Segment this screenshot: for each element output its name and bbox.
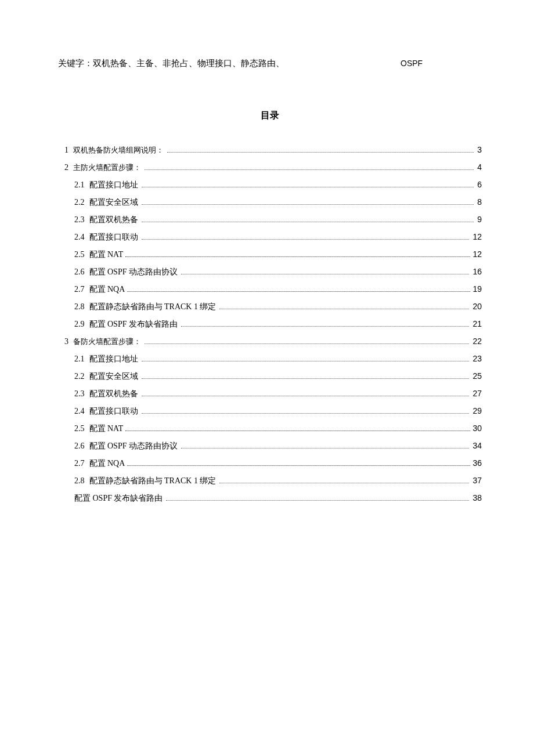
document-page: 关键字： 双机热备、主备、非抢占、物理接口、静态路由、 OSPF 目录 1双机热… — [0, 0, 534, 504]
toc-item-text: 双机热备防火墙组网说明： — [73, 145, 164, 155]
toc-item-number: 2.7 — [74, 285, 85, 294]
toc-item: 1双机热备防火墙组网说明：3 — [58, 145, 482, 155]
toc-leader — [142, 182, 474, 187]
toc-item-text: 配置 NQA — [89, 284, 125, 295]
keywords-line: 关键字： 双机热备、主备、非抢占、物理接口、静态路由、 OSPF — [58, 58, 482, 69]
toc-item-page: 12 — [472, 232, 482, 241]
toc-item-number: 2.2 — [74, 372, 85, 381]
toc-item-number: 2.3 — [74, 389, 85, 399]
toc-item-number: 2.1 — [74, 355, 85, 364]
toc-item: 2主防火墙配置步骤：4 — [58, 162, 482, 173]
toc-item: 2.5配置 NAT12 — [58, 249, 482, 260]
toc-item-page: 36 — [472, 458, 482, 468]
toc-item: 2.8配置静态缺省路由与 TRACK 1 绑定37 — [58, 476, 482, 486]
toc-item-page: 20 — [472, 302, 482, 311]
toc-item-page: 25 — [472, 371, 482, 381]
toc-item-number: 2.4 — [74, 233, 85, 242]
toc-item-text: 配置 NQA — [89, 458, 125, 469]
toc-leader — [145, 164, 474, 170]
toc-item: 2.3配置双机热备27 — [58, 389, 482, 399]
toc-item-text: 配置接口联动 — [89, 232, 138, 243]
toc-item: 2.7配置 NQA19 — [58, 284, 482, 295]
toc-item-text: 配置接口地址 — [89, 354, 138, 364]
toc-item: 2.4配置接口联动12 — [58, 232, 482, 243]
toc-item: 配置 OSPF 发布缺省路由38 — [58, 493, 482, 504]
toc-item-text: 配置双机热备 — [89, 389, 138, 399]
toc-leader — [142, 234, 470, 240]
toc-item-page: 38 — [472, 493, 482, 502]
toc-leader — [127, 460, 470, 466]
toc-leader — [219, 303, 469, 309]
toc-item-page: 27 — [472, 389, 482, 398]
toc-item-text: 配置 OSPF 发布缺省路由 — [89, 319, 178, 330]
toc-item: 2.4配置接口联动29 — [58, 406, 482, 417]
keywords-ospf: OSPF — [400, 59, 423, 68]
toc-item-text: 配置静态缺省路由与 TRACK 1 绑定 — [89, 302, 217, 312]
keywords-label: 关键字： — [58, 58, 93, 69]
toc-item-number: 2.5 — [74, 250, 85, 259]
toc-item-number: 2.7 — [74, 459, 85, 468]
toc-item-page: 23 — [472, 354, 482, 363]
toc-item-text: 主防火墙配置步骤： — [73, 162, 141, 173]
toc-leader — [142, 356, 470, 361]
toc-leader — [142, 408, 470, 414]
toc-item-number: 2.6 — [74, 442, 85, 451]
toc-item-text: 配置 NAT — [89, 424, 124, 434]
toc-item-number: 2.4 — [74, 407, 85, 416]
toc-item-page: 12 — [472, 249, 482, 259]
toc-item-text: 配置 OSPF 发布缺省路由 — [74, 493, 163, 504]
toc-item-text: 配置 NAT — [89, 249, 124, 260]
toc-item-text: 配置安全区域 — [89, 371, 138, 382]
toc-item-number: 2.6 — [74, 267, 85, 277]
toc-item-text: 配置接口联动 — [89, 406, 138, 417]
toc-leader — [166, 495, 469, 501]
toc-item-page: 16 — [472, 267, 482, 276]
toc-item-page: 21 — [472, 319, 482, 328]
toc-leader — [167, 147, 474, 153]
toc-item-text: 配置接口地址 — [89, 180, 138, 190]
toc-item-number: 2 — [58, 163, 68, 172]
toc-item-text: 配置 OSPF 动态路由协议 — [89, 267, 178, 277]
toc-leader — [219, 478, 469, 483]
toc-item-number: 2.9 — [74, 320, 85, 329]
toc-item-page: 6 — [477, 180, 482, 189]
toc-leader — [142, 373, 470, 379]
toc-leader — [181, 321, 469, 327]
toc-item-page: 29 — [472, 406, 482, 415]
toc-item: 2.6配置 OSPF 动态路由协议16 — [58, 267, 482, 277]
toc-leader — [142, 216, 474, 222]
toc-item: 2.8配置静态缺省路由与 TRACK 1 绑定20 — [58, 302, 482, 312]
toc-item-number: 2.1 — [74, 180, 85, 190]
toc-leader — [181, 443, 469, 448]
toc-leader — [181, 269, 469, 274]
toc-item: 2.6配置 OSPF 动态路由协议34 — [58, 441, 482, 451]
toc-item: 2.2配置安全区域8 — [58, 197, 482, 208]
toc-leader — [145, 338, 469, 344]
toc-item-number: 2.5 — [74, 424, 85, 433]
toc-item: 2.9配置 OSPF 发布缺省路由21 — [58, 319, 482, 330]
toc-item-number: 3 — [58, 337, 68, 346]
toc-item-text: 配置 OSPF 动态路由协议 — [89, 441, 178, 451]
toc-item-page: 8 — [477, 197, 482, 207]
toc-item: 2.3配置双机热备9 — [58, 215, 482, 225]
toc-item-number: 2.8 — [74, 476, 85, 486]
toc-item-text: 配置双机热备 — [89, 215, 138, 225]
toc-item: 2.5配置 NAT30 — [58, 424, 482, 434]
toc-leader — [142, 199, 474, 205]
toc-item-page: 9 — [477, 215, 482, 224]
toc-item: 2.7配置 NQA36 — [58, 458, 482, 469]
toc-item-text: 配置安全区域 — [89, 197, 138, 208]
toc-item-page: 3 — [477, 145, 482, 154]
toc-leader — [142, 390, 470, 396]
toc-item-page: 19 — [472, 284, 482, 294]
toc-item: 3备防火墙配置步骤：22 — [58, 337, 482, 347]
toc-leader — [125, 425, 470, 431]
toc-item-number: 1 — [58, 146, 68, 155]
toc-item-text: 配置静态缺省路由与 TRACK 1 绑定 — [89, 476, 217, 486]
toc-item-number: 2.8 — [74, 302, 85, 312]
toc-list: 1双机热备防火墙组网说明：32主防火墙配置步骤：42.1配置接口地址62.2配置… — [58, 145, 482, 504]
toc-item-number: 2.3 — [74, 215, 85, 225]
toc-item-text: 备防火墙配置步骤： — [73, 337, 141, 347]
toc-item-page: 34 — [472, 441, 482, 450]
toc-leader — [127, 286, 470, 292]
